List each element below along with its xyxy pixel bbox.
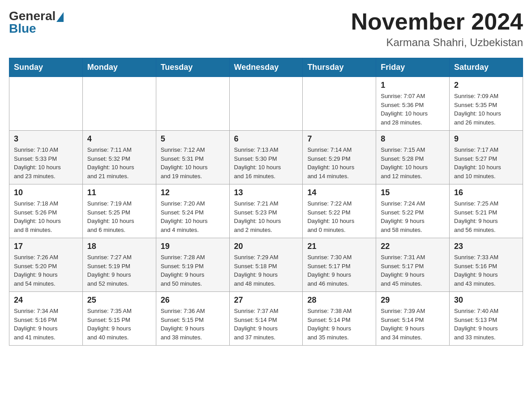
day-info: Sunrise: 7:38 AMSunset: 5:14 PMDaylight:…	[307, 307, 371, 342]
day-number: 21	[307, 242, 371, 251]
day-number: 8	[381, 134, 445, 144]
day-number: 17	[14, 242, 78, 251]
day-info: Sunrise: 7:12 AMSunset: 5:31 PMDaylight:…	[161, 146, 225, 180]
day-number: 26	[161, 295, 225, 305]
calendar-cell: 27Sunrise: 7:37 AMSunset: 5:14 PMDayligh…	[229, 292, 303, 346]
calendar-cell: 16Sunrise: 7:25 AMSunset: 5:21 PMDayligh…	[450, 184, 523, 238]
day-number: 18	[87, 242, 151, 251]
weekday-header-wednesday: Wednesday	[229, 58, 303, 77]
day-info: Sunrise: 7:11 AMSunset: 5:32 PMDaylight:…	[87, 146, 151, 180]
calendar-cell: 21Sunrise: 7:30 AMSunset: 5:17 PMDayligh…	[303, 238, 376, 292]
calendar-cell: 6Sunrise: 7:13 AMSunset: 5:30 PMDaylight…	[229, 131, 303, 184]
day-info: Sunrise: 7:35 AMSunset: 5:15 PMDaylight:…	[87, 307, 151, 342]
calendar-cell	[229, 77, 303, 131]
day-number: 7	[307, 134, 371, 144]
day-number: 20	[234, 242, 298, 251]
day-info: Sunrise: 7:26 AMSunset: 5:20 PMDaylight:…	[14, 253, 78, 288]
day-number: 2	[454, 81, 518, 90]
day-number: 14	[307, 188, 371, 197]
title-area: November 2024 Karmana Shahri, Uzbekistan	[351, 9, 523, 49]
day-number: 1	[381, 81, 445, 90]
calendar-header-row: SundayMondayTuesdayWednesdayThursdayFrid…	[9, 58, 523, 77]
day-number: 27	[234, 295, 298, 305]
calendar-cell	[303, 77, 376, 131]
month-title: November 2024	[351, 9, 523, 34]
logo-triangle-icon	[56, 12, 64, 22]
day-number: 25	[87, 295, 151, 305]
calendar-cell: 22Sunrise: 7:31 AMSunset: 5:17 PMDayligh…	[376, 238, 450, 292]
calendar-cell	[156, 77, 229, 131]
day-number: 5	[161, 134, 225, 144]
calendar-cell: 9Sunrise: 7:17 AMSunset: 5:27 PMDaylight…	[450, 131, 523, 184]
day-info: Sunrise: 7:27 AMSunset: 5:19 PMDaylight:…	[87, 253, 151, 288]
day-info: Sunrise: 7:40 AMSunset: 5:13 PMDaylight:…	[454, 307, 518, 342]
calendar-cell: 5Sunrise: 7:12 AMSunset: 5:31 PMDaylight…	[156, 131, 229, 184]
day-number: 13	[234, 188, 298, 197]
calendar-cell: 29Sunrise: 7:39 AMSunset: 5:14 PMDayligh…	[376, 292, 450, 346]
day-info: Sunrise: 7:28 AMSunset: 5:19 PMDaylight:…	[161, 253, 225, 288]
day-number: 12	[161, 188, 225, 197]
calendar-cell: 1Sunrise: 7:07 AMSunset: 5:36 PMDaylight…	[376, 77, 450, 131]
day-info: Sunrise: 7:25 AMSunset: 5:21 PMDaylight:…	[454, 199, 518, 234]
page-header: General Blue November 2024 Karmana Shahr…	[9, 9, 523, 49]
weekday-header-tuesday: Tuesday	[156, 58, 229, 77]
day-info: Sunrise: 7:17 AMSunset: 5:27 PMDaylight:…	[454, 146, 518, 180]
day-number: 3	[14, 134, 78, 144]
weekday-header-sunday: Sunday	[9, 58, 83, 77]
calendar-cell: 23Sunrise: 7:33 AMSunset: 5:16 PMDayligh…	[450, 238, 523, 292]
calendar-week-row: 17Sunrise: 7:26 AMSunset: 5:20 PMDayligh…	[9, 238, 523, 292]
calendar-cell: 20Sunrise: 7:29 AMSunset: 5:18 PMDayligh…	[229, 238, 303, 292]
calendar-cell: 7Sunrise: 7:14 AMSunset: 5:29 PMDaylight…	[303, 131, 376, 184]
calendar-cell	[82, 77, 156, 131]
calendar-cell: 14Sunrise: 7:22 AMSunset: 5:22 PMDayligh…	[303, 184, 376, 238]
calendar-cell: 30Sunrise: 7:40 AMSunset: 5:13 PMDayligh…	[450, 292, 523, 346]
calendar-cell: 8Sunrise: 7:15 AMSunset: 5:28 PMDaylight…	[376, 131, 450, 184]
day-info: Sunrise: 7:39 AMSunset: 5:14 PMDaylight:…	[381, 307, 445, 342]
calendar-cell: 26Sunrise: 7:36 AMSunset: 5:15 PMDayligh…	[156, 292, 229, 346]
calendar-cell: 19Sunrise: 7:28 AMSunset: 5:19 PMDayligh…	[156, 238, 229, 292]
day-info: Sunrise: 7:30 AMSunset: 5:17 PMDaylight:…	[307, 253, 371, 288]
day-info: Sunrise: 7:22 AMSunset: 5:22 PMDaylight:…	[307, 199, 371, 234]
calendar-week-row: 24Sunrise: 7:34 AMSunset: 5:16 PMDayligh…	[9, 292, 523, 346]
location-subtitle: Karmana Shahri, Uzbekistan	[351, 36, 523, 49]
day-number: 15	[381, 188, 445, 197]
calendar-cell: 2Sunrise: 7:09 AMSunset: 5:35 PMDaylight…	[450, 77, 523, 131]
day-number: 16	[454, 188, 518, 197]
day-number: 23	[454, 242, 518, 251]
day-number: 9	[454, 134, 518, 144]
weekday-header-saturday: Saturday	[450, 58, 523, 77]
day-number: 19	[161, 242, 225, 251]
calendar-table: SundayMondayTuesdayWednesdayThursdayFrid…	[9, 58, 523, 346]
day-info: Sunrise: 7:18 AMSunset: 5:26 PMDaylight:…	[14, 199, 78, 234]
day-info: Sunrise: 7:31 AMSunset: 5:17 PMDaylight:…	[381, 253, 445, 288]
calendar-cell: 13Sunrise: 7:21 AMSunset: 5:23 PMDayligh…	[229, 184, 303, 238]
day-number: 30	[454, 295, 518, 305]
day-number: 22	[381, 242, 445, 251]
calendar-cell: 15Sunrise: 7:24 AMSunset: 5:22 PMDayligh…	[376, 184, 450, 238]
day-number: 29	[381, 295, 445, 305]
calendar-week-row: 1Sunrise: 7:07 AMSunset: 5:36 PMDaylight…	[9, 77, 523, 131]
day-info: Sunrise: 7:29 AMSunset: 5:18 PMDaylight:…	[234, 253, 298, 288]
calendar-cell: 4Sunrise: 7:11 AMSunset: 5:32 PMDaylight…	[82, 131, 156, 184]
weekday-header-thursday: Thursday	[303, 58, 376, 77]
day-number: 4	[87, 134, 151, 144]
day-info: Sunrise: 7:19 AMSunset: 5:25 PMDaylight:…	[87, 199, 151, 234]
day-info: Sunrise: 7:15 AMSunset: 5:28 PMDaylight:…	[381, 146, 445, 180]
day-info: Sunrise: 7:37 AMSunset: 5:14 PMDaylight:…	[234, 307, 298, 342]
day-info: Sunrise: 7:13 AMSunset: 5:30 PMDaylight:…	[234, 146, 298, 180]
calendar-week-row: 10Sunrise: 7:18 AMSunset: 5:26 PMDayligh…	[9, 184, 523, 238]
day-number: 6	[234, 134, 298, 144]
calendar-cell: 18Sunrise: 7:27 AMSunset: 5:19 PMDayligh…	[82, 238, 156, 292]
calendar-cell: 3Sunrise: 7:10 AMSunset: 5:33 PMDaylight…	[9, 131, 83, 184]
day-number: 11	[87, 188, 151, 197]
day-info: Sunrise: 7:20 AMSunset: 5:24 PMDaylight:…	[161, 199, 225, 234]
day-info: Sunrise: 7:14 AMSunset: 5:29 PMDaylight:…	[307, 146, 371, 180]
day-number: 24	[14, 295, 78, 305]
calendar-cell: 24Sunrise: 7:34 AMSunset: 5:16 PMDayligh…	[9, 292, 83, 346]
day-info: Sunrise: 7:10 AMSunset: 5:33 PMDaylight:…	[14, 146, 78, 180]
calendar-cell: 12Sunrise: 7:20 AMSunset: 5:24 PMDayligh…	[156, 184, 229, 238]
day-info: Sunrise: 7:33 AMSunset: 5:16 PMDaylight:…	[454, 253, 518, 288]
calendar-cell: 11Sunrise: 7:19 AMSunset: 5:25 PMDayligh…	[82, 184, 156, 238]
logo: General Blue	[9, 9, 64, 36]
calendar-cell: 25Sunrise: 7:35 AMSunset: 5:15 PMDayligh…	[82, 292, 156, 346]
